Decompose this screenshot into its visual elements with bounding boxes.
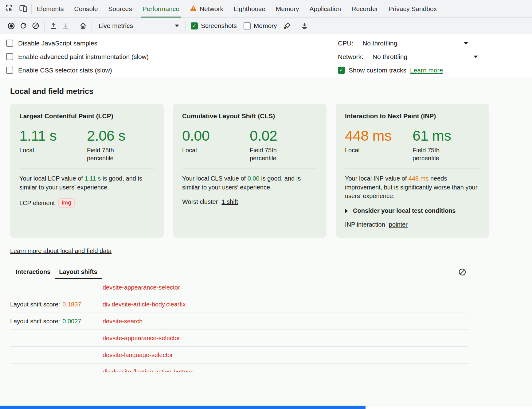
learn-more-link[interactable]: Learn more bbox=[410, 67, 443, 74]
cpu-throttling-select[interactable]: CPU: No throttling bbox=[338, 38, 468, 48]
network-value: No throttling bbox=[373, 53, 407, 60]
tab-console[interactable]: Console bbox=[69, 0, 103, 18]
description-text: Your local CLS value of bbox=[182, 175, 248, 182]
mode-select-value: Live metrics bbox=[99, 22, 133, 29]
description-text: Your local INP value of bbox=[345, 175, 409, 182]
cpu-label: CPU: bbox=[338, 40, 353, 47]
node-link[interactable]: devsite-appearance-selector bbox=[103, 284, 180, 291]
screenshots-checkbox[interactable] bbox=[191, 22, 198, 29]
home-button[interactable] bbox=[77, 20, 89, 32]
tab-label: Lighthouse bbox=[234, 5, 265, 13]
chevron-down-icon bbox=[464, 42, 468, 45]
divider bbox=[182, 169, 317, 169]
clear-log-icon[interactable] bbox=[457, 267, 468, 278]
record-button[interactable] bbox=[5, 20, 17, 32]
setting-row: Enable advanced paint instrumentation (s… bbox=[6, 52, 149, 61]
score-cell: Layout shift score: 0.0027 bbox=[10, 318, 103, 325]
inp-interaction-link[interactable]: pointer bbox=[389, 221, 408, 228]
inspect-icon[interactable] bbox=[5, 4, 14, 14]
devtools-tab-bar: Elements Console Sources Performance Net… bbox=[0, 0, 532, 18]
tab-network[interactable]: Network bbox=[185, 0, 229, 18]
disable-js-samples-checkbox[interactable] bbox=[6, 40, 13, 47]
card-description: Your local INP value of 448 ms needs imp… bbox=[345, 174, 480, 201]
node-link[interactable]: devsite-search bbox=[103, 318, 143, 325]
node-link[interactable]: div.devsite-floating-action-buttons bbox=[103, 368, 194, 372]
card-description: Your local CLS value of 0.00 is good, an… bbox=[182, 174, 317, 192]
collect-garbage-button[interactable] bbox=[299, 20, 311, 32]
custom-tracks-label: Show custom tracks bbox=[349, 67, 406, 74]
tab-application[interactable]: Application bbox=[304, 0, 346, 18]
memory-option: Memory bbox=[241, 22, 281, 29]
local-value: 0.00 bbox=[182, 127, 250, 144]
card-title: Largest Contentful Paint (LCP) bbox=[19, 112, 155, 120]
cpu-value: No throttling bbox=[362, 40, 397, 47]
score-label: Layout shift score: bbox=[10, 301, 60, 308]
node-link[interactable]: devsite-appearance-selector bbox=[103, 335, 180, 342]
lcp-element-label: LCP element bbox=[19, 200, 55, 207]
tab-lighthouse[interactable]: Lighthouse bbox=[229, 0, 271, 18]
clear-button[interactable] bbox=[29, 20, 42, 32]
separator bbox=[74, 21, 74, 31]
cleanup-icon[interactable] bbox=[281, 20, 293, 32]
css-selector-stats-checkbox[interactable] bbox=[6, 67, 13, 74]
tab-performance[interactable]: Performance bbox=[137, 0, 185, 18]
worst-cluster-link[interactable]: 1 shift bbox=[221, 198, 238, 205]
tab-label: Application bbox=[310, 5, 341, 13]
description-text: Your local LCP value of bbox=[19, 175, 84, 182]
separator bbox=[92, 21, 92, 31]
reload-and-record-button[interactable] bbox=[17, 20, 29, 32]
tab-layout-shifts[interactable]: Layout shifts bbox=[55, 265, 101, 279]
score-value: 0.0027 bbox=[62, 318, 81, 325]
log-tab-bar: Interactions Layout shifts bbox=[10, 265, 468, 279]
description-value: 0.00 bbox=[248, 175, 260, 182]
metric-cards: Largest Contentful Paint (LCP) 1.11 s Lo… bbox=[10, 104, 468, 238]
field-value-column: 61 ms Field 75th percentile bbox=[413, 127, 480, 162]
layout-shift-row: Layout shift score: 0.0027 devsite-searc… bbox=[10, 313, 468, 330]
local-value: 448 ms bbox=[345, 127, 413, 144]
save-profile-button[interactable] bbox=[59, 20, 72, 32]
local-value-column: 448 ms Local bbox=[345, 127, 413, 162]
tab-label: Memory bbox=[276, 5, 299, 13]
tab-interactions[interactable]: Interactions bbox=[11, 265, 55, 279]
field-value: 0.02 bbox=[250, 127, 317, 144]
network-throttling-select[interactable]: Network: No throttling bbox=[338, 52, 478, 61]
panel-mode-select[interactable]: Live metrics bbox=[94, 20, 183, 32]
node-link[interactable]: devsite-language-selector bbox=[103, 352, 173, 359]
load-profile-button[interactable] bbox=[47, 20, 59, 32]
tab-sources[interactable]: Sources bbox=[103, 0, 137, 18]
tab-label: Elements bbox=[37, 5, 64, 13]
lcp-element-node-chip[interactable]: img bbox=[58, 198, 75, 208]
tab-recorder[interactable]: Recorder bbox=[346, 0, 383, 18]
custom-tracks-checkbox[interactable] bbox=[338, 67, 345, 74]
tab-label: Layout shifts bbox=[59, 268, 97, 275]
field-value-column: 0.02 Field 75th percentile bbox=[250, 127, 317, 162]
advanced-paint-checkbox[interactable] bbox=[6, 53, 13, 60]
learn-more-local-field-link[interactable]: Learn more about local and field data bbox=[10, 247, 111, 255]
worst-cluster-label: Worst cluster bbox=[182, 198, 218, 205]
tab-label: Network bbox=[200, 5, 223, 13]
screenshots-label: Screenshots bbox=[201, 22, 237, 29]
memory-checkbox[interactable] bbox=[244, 22, 251, 29]
expander-label: Consider your local test conditions bbox=[353, 207, 456, 214]
tab-label: Interactions bbox=[16, 268, 50, 275]
tab-label: Console bbox=[74, 5, 98, 13]
memory-label: Memory bbox=[254, 22, 277, 29]
node-link[interactable]: div.devsite-article-body.clearfix bbox=[103, 301, 186, 308]
local-test-conditions-expander[interactable]: Consider your local test conditions bbox=[345, 207, 480, 214]
layout-shift-row: devsite-appearance-selector bbox=[10, 279, 468, 296]
panel-tabs: Elements Console Sources Performance Net… bbox=[32, 0, 532, 18]
lcp-card: Largest Contentful Paint (LCP) 1.11 s Lo… bbox=[10, 104, 164, 238]
tab-privacy-sandbox[interactable]: Privacy Sandbox bbox=[383, 0, 442, 18]
card-values: 0.00 Local 0.02 Field 75th percentile bbox=[182, 127, 317, 162]
tab-elements[interactable]: Elements bbox=[32, 0, 69, 18]
score-cell: Layout shift score: 0.1837 bbox=[10, 301, 103, 308]
inp-interaction-label: INP interaction bbox=[345, 221, 385, 228]
separator bbox=[296, 21, 296, 31]
chevron-down-icon bbox=[175, 25, 179, 27]
local-value-label: Local bbox=[182, 146, 221, 154]
description-value: 1.11 s bbox=[84, 175, 101, 182]
device-toolbar-icon[interactable] bbox=[19, 4, 28, 14]
card-footer: Worst cluster 1 shift bbox=[182, 198, 317, 205]
tab-memory[interactable]: Memory bbox=[271, 0, 304, 18]
card-values: 1.11 s Local 2.06 s Field 75th percentil… bbox=[19, 127, 155, 162]
